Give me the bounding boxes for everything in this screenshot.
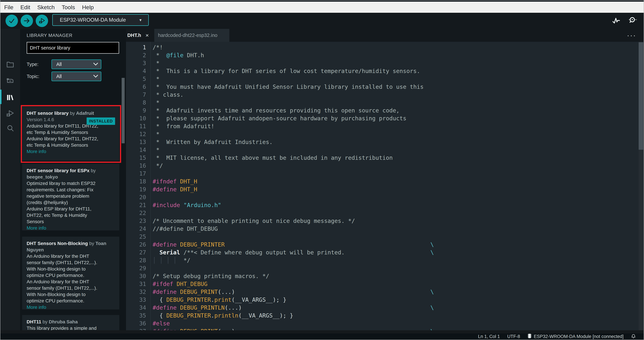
library-description-line: negative temperature problem <box>27 193 115 199</box>
library-card: DHT sensor library for ESPx by beegee_to… <box>22 164 119 230</box>
chevron-down-icon <box>93 74 101 78</box>
tab-dht-h[interactable]: DHT.h × <box>126 29 152 42</box>
start-debugging-button[interactable] <box>36 15 48 27</box>
library-list-scrollbar[interactable] <box>122 78 125 143</box>
library-description-line: This library provides a simple and <box>27 325 115 330</box>
board-connection-status: ESP32-WROOM-DA Module [not connected] <box>528 333 624 340</box>
code-text: #define DEBUG_PRINT(...) \ <box>152 328 434 330</box>
menu-item-sketch[interactable]: Sketch <box>34 4 58 11</box>
chevron-down-icon <box>93 62 101 66</box>
library-description-line: Sensors <box>27 219 115 225</box>
code-text: │ │ │ │ */ <box>152 257 190 264</box>
sidebar-item-debug[interactable] <box>0 107 20 121</box>
code-line: 28│ │ │ │ */ <box>126 256 639 264</box>
sidebar-item-library-manager[interactable] <box>0 90 20 105</box>
notifications-bell-icon[interactable] <box>631 334 636 339</box>
line-number: 30 <box>126 272 146 280</box>
folder-icon <box>6 60 14 69</box>
line-number: 23 <box>126 217 146 225</box>
editor-scrollbar[interactable] <box>639 42 643 330</box>
library-card: DHT Sensors Non-Blocking by Toan NguyenA… <box>22 237 119 309</box>
library-description-line: With Non-Blocking design to <box>27 291 115 298</box>
code-text: * <box>152 60 160 66</box>
type-filter-select[interactable]: All <box>52 59 101 69</box>
line-number: 37 <box>126 327 146 330</box>
code-text: //#define DHT_DEBUG <box>152 225 218 232</box>
board-selector-label: ESP32-WROOM-DA Module <box>53 17 140 23</box>
code-line: 10 * please support Adafruit andopen-sou… <box>126 114 639 122</box>
line-number: 8 <box>126 99 146 107</box>
debug-icon <box>6 109 14 118</box>
code-text: #define DEBUG_PRINTER \ <box>152 241 434 248</box>
line-number: 35 <box>126 312 146 319</box>
code-editor[interactable]: 1/*!2 * @file DHT.h3 *4 * This is a libr… <box>126 42 639 330</box>
activity-bar <box>0 29 20 330</box>
menu-bar: FileEditSketchToolsHelp <box>0 2 644 13</box>
code-line: 14 * <box>126 146 639 154</box>
code-line: 29 <box>126 264 639 272</box>
line-number: 34 <box>126 304 146 312</box>
line-number: 6 <box>126 83 146 91</box>
library-description-line: Optimized libray to match ESP32 <box>27 180 115 187</box>
sidebar-item-boards-manager[interactable] <box>0 74 20 88</box>
sidebar-item-search[interactable] <box>0 121 20 136</box>
close-icon[interactable]: × <box>146 32 149 39</box>
code-line: 19#define DHT_H <box>126 186 639 193</box>
menu-item-edit[interactable]: Edit <box>17 4 34 11</box>
library-manager-panel: LIBRARY MANAGER DHT sensor library Type:… <box>20 29 126 330</box>
line-number: 17 <box>126 170 146 178</box>
library-description-line: Arduino ESP library for DHT11, <box>27 206 115 212</box>
verify-button[interactable] <box>6 15 18 27</box>
menu-item-tools[interactable]: Tools <box>58 4 78 11</box>
menu-item-file[interactable]: File <box>1 4 17 11</box>
editor-scrollbar-thumb[interactable] <box>639 42 643 150</box>
window-top-edge <box>0 0 644 2</box>
line-number: 33 <box>126 296 146 304</box>
line-number: 15 <box>126 154 146 162</box>
arrow-right-icon <box>24 18 30 24</box>
line-number: 10 <box>126 114 146 122</box>
code-text: * class. <box>152 91 184 98</box>
tab-sketch-ino[interactable]: hardcoded-dht22-esp32.ino <box>154 29 229 42</box>
code-line: 34#define DEBUG_PRINTLN(...) \ <box>126 304 639 312</box>
more-info-link[interactable]: More info <box>27 225 115 230</box>
more-info-link[interactable]: More info <box>27 148 115 155</box>
code-line: 4 * This is a library for DHT series of … <box>126 67 639 75</box>
code-text: #include "Arduino.h" <box>152 202 221 208</box>
code-line: 15 * MIT license, all text above must be… <box>126 154 639 162</box>
library-title: DHT sensor library by Adafruit <box>27 110 117 116</box>
line-number: 21 <box>126 201 146 209</box>
line-number: 7 <box>126 91 146 99</box>
line-number: 24 <box>126 225 146 233</box>
code-line: 11 * from Adafruit! <box>126 122 639 130</box>
code-line: 12 * <box>126 130 639 138</box>
library-title: DHT sensor library for ESPx by beegee_to… <box>27 167 117 180</box>
board-selector[interactable]: ESP32-WROOM-DA Module ▾ <box>52 14 149 26</box>
search-icon <box>6 124 14 133</box>
more-actions-icon[interactable]: ··· <box>627 29 636 42</box>
line-number: 4 <box>126 67 146 75</box>
line-number: 31 <box>126 280 146 288</box>
installed-badge: INSTALLED <box>86 117 115 125</box>
library-card: DHT11 by Dhruba SahaThis library provide… <box>22 315 119 330</box>
more-info-link[interactable]: More info <box>27 304 115 309</box>
code-line: 35 { DEBUG_PRINTER.println(__VA_ARGS__);… <box>126 312 639 319</box>
code-text: #ifdef DHT_DEBUG <box>152 281 208 287</box>
line-number: 18 <box>126 178 146 186</box>
line-number: 13 <box>126 138 146 146</box>
library-card: DHT sensor library by AdafruitVersion 1.… <box>22 106 119 161</box>
upload-button[interactable] <box>20 15 33 27</box>
library-description-line: Arduino library for DHT11, DHT22, <box>27 136 115 142</box>
code-line: 16 */ <box>126 162 639 170</box>
topic-filter-select[interactable]: All <box>52 72 101 81</box>
line-number: 22 <box>126 209 146 217</box>
serial-monitor-button[interactable] <box>628 16 637 26</box>
menu-item-help[interactable]: Help <box>78 4 97 11</box>
code-line: 33 { DEBUG_PRINTER.print(__VA_ARGS__); } <box>126 296 639 304</box>
library-search-input[interactable]: DHT sensor library <box>27 42 119 54</box>
sidebar-item-sketchbook[interactable] <box>0 58 20 72</box>
serial-plotter-button[interactable] <box>612 16 620 26</box>
code-line: 1/*! <box>126 44 639 51</box>
code-line: 20 <box>126 193 639 201</box>
code-line: 9 * Adafruit invests time and resources … <box>126 107 639 114</box>
